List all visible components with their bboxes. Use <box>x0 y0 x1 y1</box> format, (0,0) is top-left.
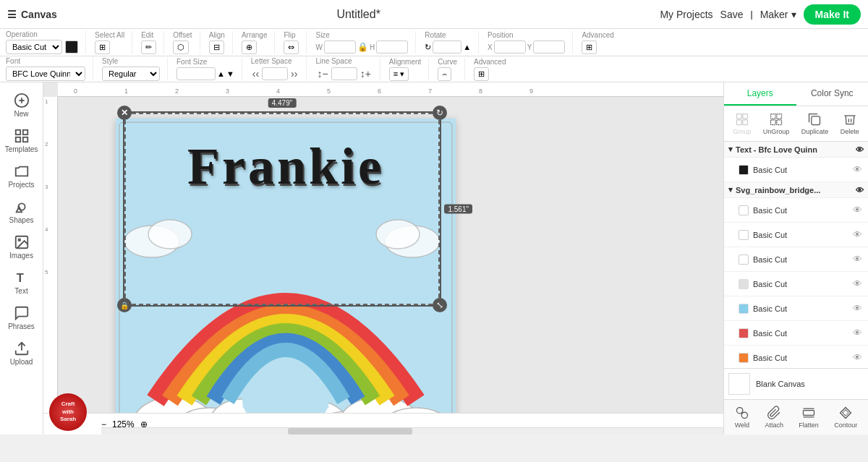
layer-color-4 <box>739 279 749 289</box>
rotate-icon: ↻ <box>425 43 431 52</box>
ungroup-label: UnGroup <box>763 128 790 135</box>
duplicate-label: Duplicate <box>801 128 829 135</box>
alignment-group: Alignment ≡ ▾ <box>389 58 429 81</box>
weld-button[interactable]: Weld <box>732 404 752 430</box>
layer-item-3[interactable]: Basic Cut 👁 <box>724 247 868 272</box>
sidebar-item-phrases[interactable]: Phrases <box>2 301 41 335</box>
sidebar-item-upload[interactable]: Upload <box>2 336 41 370</box>
attach-button[interactable]: Attach <box>762 404 786 430</box>
align-button[interactable]: ⊟ <box>209 40 224 54</box>
layer-item-2[interactable]: Basic Cut 👁 <box>724 223 868 247</box>
adv2-button[interactable]: ⊞ <box>474 67 489 81</box>
save-button[interactable]: Save <box>720 9 744 20</box>
duplicate-button[interactable]: Duplicate <box>800 111 830 137</box>
bottom-tools: Weld Attach Flatten Conto <box>724 399 868 435</box>
edit-group: Edit ✏ <box>141 31 164 54</box>
pos-x-input[interactable]: 1.834 <box>494 40 526 54</box>
maker-dropdown[interactable]: Maker ▾ <box>760 9 796 20</box>
layer-eye-3[interactable]: 👁 <box>853 254 862 265</box>
layer-eye-2[interactable]: 👁 <box>853 229 862 240</box>
style-select[interactable]: Regular <box>102 67 160 81</box>
select-all-button[interactable]: ⊞ <box>95 40 110 54</box>
sidebar-item-projects[interactable]: Projects <box>2 159 41 193</box>
svg-group-eye-icon[interactable]: 👁 <box>856 186 864 194</box>
text-group-eye-icon[interactable]: 👁 <box>856 145 864 154</box>
layer-item-1[interactable]: Basic Cut 👁 <box>724 198 868 223</box>
zoom-bar: Craft with Sarah − 125% ⊕ <box>43 413 723 435</box>
flatten-button[interactable]: Flatten <box>796 404 822 430</box>
svg-group-header[interactable]: ▾ Svg_rainbow_bridge... 👁 <box>724 182 868 198</box>
chevron-down-icon: ▾ <box>791 9 796 20</box>
offset-button[interactable]: ⬡ <box>173 40 189 54</box>
size-w-input[interactable]: 4.479 <box>324 40 356 54</box>
flatten-label: Flatten <box>799 422 819 429</box>
contour-button[interactable]: Contour <box>831 404 860 430</box>
layer-item-4[interactable]: Basic Cut 👁 <box>724 272 868 296</box>
font-select[interactable]: BFC Love Quinn <box>6 67 85 81</box>
layer-eye-1[interactable]: 👁 <box>853 205 862 215</box>
operation-select[interactable]: Basic Cut <box>6 40 62 54</box>
edit-button[interactable]: ✏ <box>141 40 156 54</box>
arrange-group: Arrange ⊕ <box>242 31 276 54</box>
scrollbar-thumb[interactable] <box>288 428 412 435</box>
sidebar-item-images[interactable]: Images <box>2 230 41 264</box>
font-size-input[interactable]: 80.92 <box>176 67 216 80</box>
rotate-input[interactable]: 0 <box>433 40 461 54</box>
alignment-button[interactable]: ≡ ▾ <box>389 67 409 81</box>
size-h-input[interactable]: 1.561 <box>376 40 408 54</box>
letter-space-increase[interactable]: ›› <box>289 67 299 81</box>
horizontal-scrollbar[interactable] <box>101 427 723 435</box>
flip-label: Flip <box>284 31 299 39</box>
sidebar-item-shapes[interactable]: Shapes <box>2 194 41 228</box>
text-group-header[interactable]: ▾ Text - Bfc Love Quinn 👁 <box>724 142 868 158</box>
delete-label: Delete <box>841 128 859 135</box>
curve-button[interactable]: ⌢ <box>438 67 451 81</box>
frankie-display: Frankie <box>187 137 384 195</box>
line-space-input[interactable]: 1 <box>331 67 357 80</box>
font-size-down-icon[interactable]: ▼ <box>226 69 234 78</box>
layer-eye-7[interactable]: 👁 <box>853 352 862 363</box>
pos-y-input[interactable]: 0.955 <box>533 40 565 54</box>
ungroup-button[interactable]: UnGroup <box>762 111 791 137</box>
flip-button[interactable]: ⇔ <box>284 40 299 54</box>
selection-rotate-handle[interactable]: ↻ <box>433 106 447 120</box>
tab-layers[interactable]: Layers <box>724 82 796 106</box>
selection-lock-handle[interactable]: 🔒 <box>117 298 132 312</box>
layer-eye-6[interactable]: 👁 <box>853 328 862 338</box>
my-projects-button[interactable]: My Projects <box>660 9 712 20</box>
layer-label-4: Basic Cut <box>753 280 848 288</box>
color-swatch[interactable] <box>65 40 78 54</box>
sidebar-item-text[interactable]: T Text <box>2 265 41 299</box>
selection-scale-handle[interactable]: ⤡ <box>433 298 447 312</box>
canvas-content: Frankie ✕ ↻ 🔒 ⤡ 4.479" 1.561" <box>58 97 723 413</box>
tab-color-sync[interactable]: Color Sync <box>796 82 869 106</box>
topbar-right: My Projects Save | Maker ▾ Make It <box>660 4 861 25</box>
layer-item-5[interactable]: Basic Cut 👁 <box>724 296 868 321</box>
layer-eye-5[interactable]: 👁 <box>853 303 862 314</box>
advanced-button[interactable]: ⊞ <box>582 40 597 54</box>
make-it-button[interactable]: Make It <box>804 4 861 25</box>
sidebar-item-new[interactable]: New <box>2 88 41 122</box>
line-space-decrease[interactable]: ↕− <box>315 67 329 81</box>
layer-item-7[interactable]: Basic Cut 👁 <box>724 346 868 368</box>
canvas-area[interactable]: 0 1 2 3 4 5 6 7 8 9 1 2 3 4 5 <box>43 82 723 435</box>
layer-eye-4[interactable]: 👁 <box>853 278 862 289</box>
sidebar-item-templates[interactable]: Templates <box>2 124 41 158</box>
selection-close-button[interactable]: ✕ <box>117 106 132 120</box>
layer-color-5 <box>739 304 749 314</box>
sidebar-images-label: Images <box>9 252 33 260</box>
letter-space-decrease[interactable]: ‹‹ <box>251 67 260 81</box>
arrange-button[interactable]: ⊕ <box>242 40 257 54</box>
layer-eye-text1[interactable]: 👁 <box>853 164 862 175</box>
line-space-increase[interactable]: ↕+ <box>359 67 373 81</box>
blank-canvas-swatch[interactable] <box>728 373 750 395</box>
group-button[interactable]: Group <box>731 111 752 137</box>
font-label: Font <box>6 57 85 65</box>
layer-item-text1[interactable]: Basic Cut 👁 <box>724 158 868 182</box>
svg-rect-37 <box>777 114 782 119</box>
menu-button[interactable]: ☰ Canvas <box>7 9 57 20</box>
layer-item-6[interactable]: Basic Cut 👁 <box>724 321 868 346</box>
letter-space-input[interactable]: 0 <box>262 67 288 80</box>
delete-button[interactable]: Delete <box>839 111 861 137</box>
font-size-up-icon[interactable]: ▲ <box>217 69 225 78</box>
